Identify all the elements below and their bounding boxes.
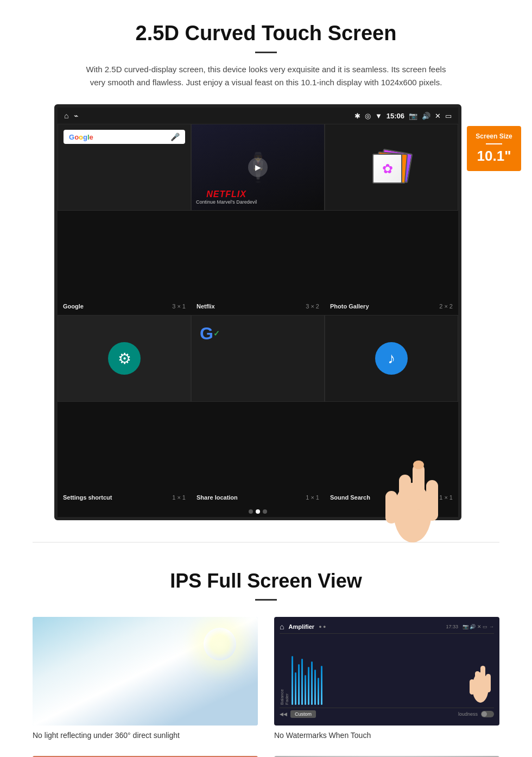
app-cell-gallery[interactable]: ✿: [325, 124, 458, 211]
gallery-app-name: Photo Gallery: [330, 303, 369, 310]
dot-2: [256, 509, 260, 514]
gallery-card-3: ✿: [372, 154, 402, 184]
google-logo: Google: [69, 133, 93, 141]
eq-bar-2: [295, 672, 296, 705]
status-bar-right: ✱ ◎ ▼ 15:06 📷 🔊 ✕ ▭: [354, 112, 452, 120]
loudness-label: loudness: [458, 711, 478, 717]
status-time: 15:06: [387, 112, 404, 120]
eq-bar-9: [318, 678, 319, 705]
badge-divider: [486, 143, 502, 144]
gallery-stack: ✿: [372, 148, 410, 186]
eq-bar-8: [314, 670, 316, 705]
close-icon: ✕: [435, 112, 441, 120]
amp-header: ⌂ Amplifier ● ● 17:33 📷 🔊 ✕ ▭ →: [280, 622, 494, 634]
toggle-knob: [482, 711, 487, 717]
google-search-bar[interactable]: Google 🎤: [64, 130, 185, 144]
eq-bar-10: [321, 666, 322, 705]
settings-app-name: Settings shortcut: [63, 494, 112, 501]
google-app-size: 3 × 1: [172, 303, 186, 310]
app-label-settings: Settings shortcut 1 × 1: [58, 492, 191, 503]
feature-image-amplifier: ⌂ Amplifier ● ● 17:33 📷 🔊 ✕ ▭ → BalanceF…: [274, 617, 499, 726]
play-button[interactable]: ▶: [248, 157, 268, 177]
status-bar-left: ⌂ ⌁: [64, 111, 78, 120]
svg-point-5: [413, 460, 424, 469]
settings-app-size: 1 × 1: [172, 494, 186, 501]
mic-icon: 🎤: [170, 133, 180, 141]
wifi-icon: ▼: [375, 112, 382, 120]
badge-size: 10.1": [471, 148, 517, 165]
eq-bar-3: [298, 664, 300, 705]
feature-label-amplifier: No Watermarks When Touch: [274, 731, 499, 740]
svg-rect-9: [470, 679, 474, 695]
maps-g: G: [200, 324, 213, 343]
device-mockup: ⌂ ⌁ ✱ ◎ ▼ 15:06 📷 🔊 ✕ ▭: [54, 104, 478, 520]
usb-icon: ⌁: [74, 111, 78, 120]
music-app-name: Sound Search: [330, 494, 370, 501]
section2-title: IPS Full Screen View: [33, 570, 499, 592]
feature-sunlight: No light reflecting under 360° direct su…: [33, 617, 258, 740]
section-ips: IPS Full Screen View No light reflecting…: [0, 548, 532, 757]
app-label-maps: Share location 1 × 1: [191, 492, 325, 503]
title-underline-2: [255, 599, 277, 601]
title-underline: [255, 52, 277, 53]
section1-description: With 2.5D curved-display screen, this de…: [81, 63, 451, 89]
maps-g-accent: ✓: [213, 329, 220, 338]
eq-bar-6: [308, 667, 309, 705]
eq-sliders: [292, 656, 465, 705]
app-cell-maps[interactable]: G✓: [191, 315, 325, 402]
amplifier-visual: ⌂ Amplifier ● ● 17:33 📷 🔊 ✕ ▭ → BalanceF…: [274, 617, 499, 726]
app-cell-settings[interactable]: ⚙: [58, 315, 191, 402]
app-grid-row1: Google 🎤 🕴 ▶ NETFLIX Continue Marvel's D…: [58, 124, 458, 298]
eq-bars: BalanceFader: [280, 638, 494, 708]
section-curved-touch: 2.5D Curved Touch Screen With 2.5D curve…: [0, 0, 532, 537]
eq-bar-1: [292, 656, 293, 705]
netflix-subtitle: Continue Marvel's Daredevil: [196, 199, 257, 205]
custom-btn: Custom: [290, 710, 316, 718]
amp-back: ◀◀: [280, 711, 287, 717]
app-cell-netflix[interactable]: 🕴 ▶ NETFLIX Continue Marvel's Daredevil: [191, 124, 325, 211]
sun-glow: [204, 628, 236, 660]
sunlight-visual: [33, 617, 258, 726]
maps-app-size: 1 × 1: [306, 494, 319, 501]
feature-amplifier: ⌂ Amplifier ● ● 17:33 📷 🔊 ✕ ▭ → BalanceF…: [274, 617, 499, 740]
svg-rect-1: [399, 475, 411, 518]
svg-rect-4: [426, 480, 438, 521]
app-cell-google[interactable]: Google 🎤: [58, 124, 191, 211]
netflix-app-name: Netflix: [197, 303, 215, 310]
loudness-toggle[interactable]: [481, 711, 494, 717]
flower-icon: ✿: [382, 161, 393, 176]
app-label-google: Google 3 × 1: [58, 301, 191, 312]
app-cell-music[interactable]: ♪: [325, 315, 458, 402]
camera-icon: 📷: [409, 112, 417, 120]
svg-rect-8: [480, 666, 485, 689]
maps-icon: G✓: [200, 324, 220, 344]
amp-home-icon: ⌂: [280, 622, 284, 631]
hand-on-screen: [467, 655, 494, 705]
netflix-logo: NETFLIX: [196, 190, 257, 199]
dot-1: [249, 509, 253, 514]
netflix-overlay: NETFLIX Continue Marvel's Daredevil: [196, 190, 257, 205]
netflix-app-size: 3 × 2: [306, 303, 319, 310]
location-icon: ◎: [365, 112, 371, 120]
hand-area: [375, 426, 451, 547]
app-label-netflix: Netflix 3 × 2: [191, 301, 325, 312]
eq-labels: BalanceFader: [280, 689, 289, 705]
window-icon: ▭: [445, 112, 452, 120]
music-icon: ♪: [375, 342, 408, 375]
screen-size-badge: Screen Size 10.1": [467, 126, 521, 171]
status-bar: ⌂ ⌁ ✱ ◎ ▼ 15:06 📷 🔊 ✕ ▭: [58, 108, 458, 124]
settings-icon: ⚙: [108, 342, 141, 375]
svg-rect-3: [385, 491, 397, 523]
amp-footer: ◀◀ Custom loudness: [280, 708, 494, 720]
amp-icons: 📷 🔊 ✕ ▭ →: [463, 624, 494, 629]
svg-rect-7: [475, 671, 480, 692]
app-labels-row1: Google 3 × 1 Netflix 3 × 2 Photo Gallery…: [58, 298, 458, 315]
bluetooth-icon: ✱: [354, 112, 360, 120]
google-app-name: Google: [63, 303, 84, 310]
svg-rect-10: [486, 674, 491, 692]
eq-bar-5: [305, 675, 306, 705]
touch-hand-svg: [467, 655, 494, 704]
hand-svg: [375, 426, 451, 545]
feature-label-sunlight: No light reflecting under 360° direct su…: [33, 731, 258, 740]
gallery-app-size: 2 × 2: [439, 303, 453, 310]
